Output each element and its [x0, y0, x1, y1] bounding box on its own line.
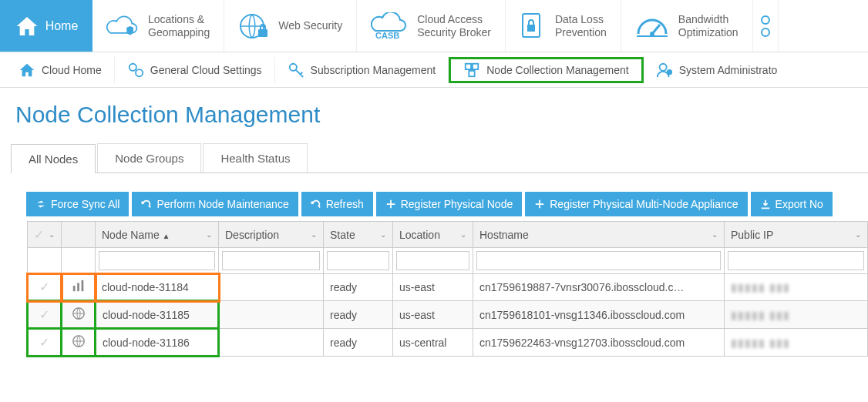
cloud-shield-icon: [106, 15, 139, 38]
col-node-name[interactable]: Node Name ▲⌄: [96, 222, 219, 248]
svg-rect-1: [258, 29, 267, 37]
subnav-label: General Cloud Settings: [150, 64, 262, 76]
filter-public-ip[interactable]: [728, 251, 864, 270]
cell-description: [219, 301, 324, 329]
filter-node-name[interactable]: [99, 251, 215, 270]
col-hostname[interactable]: Hostname⌄: [473, 222, 725, 248]
svg-rect-15: [466, 63, 471, 69]
nodes-table: ✓⌄ Node Name ▲⌄ Description⌄ State⌄ Loca…: [26, 221, 868, 357]
svg-point-9: [762, 28, 769, 36]
tab-health[interactable]: Health Status: [203, 143, 308, 173]
col-public-ip[interactable]: Public IP⌄: [725, 222, 868, 248]
svg-point-8: [762, 16, 769, 24]
filter-location[interactable]: [396, 251, 469, 270]
col-description[interactable]: Description⌄: [219, 222, 324, 248]
globe-lock-icon: [238, 12, 269, 40]
cell-description: [219, 274, 324, 301]
nav-home[interactable]: Home: [0, 0, 93, 52]
table-row[interactable]: ✓ cloud-node-31186 ready us-central cn17…: [28, 329, 868, 357]
svg-point-18: [659, 63, 666, 70]
register-multi-button[interactable]: Register Physical Multi-Node Appliance: [525, 192, 747, 216]
page-title: Node Collection Management: [0, 88, 868, 136]
key-icon: [288, 62, 304, 79]
nav-dlp[interactable]: Data Loss Prevention: [506, 0, 621, 52]
col-state[interactable]: State⌄: [324, 222, 393, 248]
subnav-label: Node Collection Management: [486, 64, 628, 76]
filter-description[interactable]: [222, 251, 320, 270]
grid-toolbar: Force Sync All Perform Node Maintenance …: [26, 192, 868, 216]
refresh-icon: [141, 199, 152, 209]
subnav-label: Cloud Home: [42, 64, 102, 76]
nav-bandwidth-label: Bandwidth Optimization: [678, 13, 738, 38]
cell-hostname: cn1759619887-7vnsr30076.ibosscloud.c…: [473, 274, 725, 301]
home-icon: [15, 14, 39, 39]
svg-rect-7: [637, 35, 668, 37]
nav-casb[interactable]: CASB Cloud Access Security Broker: [357, 0, 506, 52]
nav-web-security[interactable]: Web Security: [224, 0, 357, 52]
svg-rect-20: [72, 286, 75, 291]
document-lock-icon: [520, 12, 546, 40]
tab-all-nodes[interactable]: All Nodes: [11, 144, 96, 173]
nav-home-label: Home: [45, 19, 79, 33]
subnav-cloud-home[interactable]: Cloud Home: [6, 57, 115, 83]
cell-state: ready: [324, 301, 393, 329]
nav-web-security-label: Web Security: [278, 19, 342, 32]
nav-bandwidth[interactable]: Bandwidth Optimization: [621, 0, 753, 52]
svg-rect-4: [527, 25, 535, 32]
svg-point-19: [666, 69, 671, 75]
tab-node-groups[interactable]: Node Groups: [97, 143, 201, 173]
svg-rect-22: [81, 280, 83, 291]
maintenance-button[interactable]: Perform Node Maintenance: [132, 192, 298, 216]
globe-icon: [72, 334, 86, 348]
subnav-label: System Administrato: [679, 64, 778, 76]
export-button[interactable]: Export No: [751, 192, 833, 216]
globe-icon: [72, 307, 86, 320]
col-check[interactable]: ✓⌄: [28, 222, 62, 248]
svg-point-10: [130, 63, 136, 70]
subnav-subscription[interactable]: Subscription Management: [275, 57, 449, 83]
nav-dlp-label: Data Loss Prevention: [555, 13, 607, 38]
subnav-general-settings[interactable]: General Cloud Settings: [115, 57, 275, 83]
svg-rect-16: [473, 63, 478, 69]
filter-hostname[interactable]: [476, 251, 721, 270]
row-check[interactable]: ✓: [39, 308, 49, 321]
filter-row: [28, 248, 868, 274]
subnav-label: Subscription Management: [311, 64, 436, 76]
cell-location: us-east: [393, 301, 473, 329]
plus-icon: [385, 199, 396, 209]
nav-locations[interactable]: Locations & Geomapping: [93, 0, 224, 52]
row-check[interactable]: ✓: [39, 280, 49, 293]
svg-line-14: [300, 72, 302, 74]
cell-public-ip: ▮▮▮▮▮ ▮▮▮: [725, 329, 868, 357]
table-row[interactable]: ✓ cloud-node-31185 ready us-east cn17596…: [28, 301, 868, 329]
admin-icon: [656, 62, 673, 79]
cell-description: [219, 329, 324, 357]
cell-node-name: cloud-node-31184: [96, 274, 219, 301]
svg-rect-21: [77, 283, 79, 291]
cell-public-ip: ▮▮▮▮▮ ▮▮▮: [725, 301, 868, 329]
register-node-button[interactable]: Register Physical Node: [376, 192, 523, 216]
svg-line-6: [652, 25, 660, 34]
refresh-button[interactable]: Refresh: [301, 192, 373, 216]
more-icon: [759, 12, 772, 40]
house-icon: [19, 62, 35, 79]
cell-location: us-east: [393, 274, 473, 301]
subnav-node-collection[interactable]: Node Collection Management: [449, 57, 643, 83]
table-row[interactable]: ✓ cloud-node-31184 ready us-east cn17596…: [28, 274, 868, 301]
cell-node-name: cloud-node-31186: [96, 329, 219, 357]
refresh-icon: [311, 199, 321, 209]
row-check[interactable]: ✓: [39, 336, 49, 349]
download-icon: [760, 199, 771, 209]
plus-icon: [534, 199, 545, 209]
nav-more[interactable]: [753, 0, 779, 52]
cloud-casb-icon: CASB: [371, 12, 408, 40]
col-location[interactable]: Location⌄: [393, 222, 473, 248]
svg-rect-17: [469, 70, 475, 75]
subnav-sys-admin[interactable]: System Administrato: [644, 57, 790, 83]
force-sync-button[interactable]: Force Sync All: [26, 192, 129, 216]
filter-state[interactable]: [327, 251, 389, 270]
cell-state: ready: [324, 329, 393, 357]
sync-icon: [35, 199, 46, 209]
col-icon[interactable]: [62, 222, 96, 248]
svg-text:CASB: CASB: [375, 31, 399, 40]
